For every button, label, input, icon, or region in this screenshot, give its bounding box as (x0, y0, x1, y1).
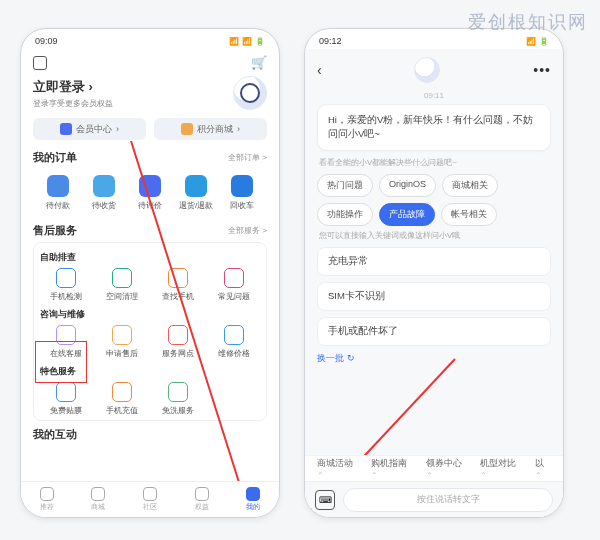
category-chip[interactable]: 功能操作 (317, 203, 373, 226)
category-chip[interactable]: 商城相关 (442, 174, 498, 197)
order-item[interactable]: 待付款 (35, 175, 81, 211)
nav-label: 社区 (143, 502, 157, 512)
order-icon (47, 175, 69, 197)
login-subtitle: 登录享受更多会员权益 (33, 98, 113, 109)
service-label: 申请售后 (106, 348, 138, 359)
service-label: 服务网点 (162, 348, 194, 359)
service-item[interactable]: 服务网点 (150, 325, 206, 359)
nav-icon (143, 487, 157, 501)
category-chip[interactable]: OriginOS (379, 174, 436, 197)
category-chip[interactable]: 帐号相关 (441, 203, 497, 226)
quick-link[interactable]: 购机指南 ⌃ (371, 457, 411, 480)
service-item[interactable]: 免费贴膜 (38, 382, 94, 416)
order-icon (231, 175, 253, 197)
quick-link[interactable]: 机型对比 ⌃ (480, 457, 520, 480)
back-button[interactable]: ‹ (317, 62, 322, 78)
quick-link[interactable]: 商城活动 ⌃ (317, 457, 357, 480)
bottom-nav-item[interactable]: 推荐 (40, 487, 54, 512)
points-mall-pill[interactable]: 积分商城 › (154, 118, 267, 140)
status-icons: 📶 🔋 (526, 37, 549, 46)
nav-label: 商城 (91, 502, 105, 512)
service-label: 免费贴膜 (50, 405, 82, 416)
capability-hint: 看看全能的小V都能解决些什么问题吧~ (319, 157, 551, 168)
category-chip[interactable]: 产品故障 (379, 203, 435, 226)
suggested-question[interactable]: SIM卡不识别 (317, 282, 551, 311)
service-item[interactable]: 查找手机 (150, 268, 206, 302)
service-item[interactable]: 维修价格 (206, 325, 262, 359)
service-label: 常见问题 (218, 291, 250, 302)
wifi-icon: 📶 (242, 37, 252, 46)
bottom-nav-item[interactable]: 我的 (246, 487, 260, 512)
quick-link[interactable]: 领券中心 ⌃ (426, 457, 466, 480)
refresh-questions[interactable]: 换一批 ↻ (317, 352, 551, 365)
battery-icon: 🔋 (539, 37, 549, 46)
status-time: 09:09 (35, 36, 58, 46)
service-icon (56, 382, 76, 402)
service-item[interactable]: 手机检测 (38, 268, 94, 302)
avatar[interactable] (233, 76, 267, 110)
suggested-question[interactable]: 手机或配件坏了 (317, 317, 551, 346)
bottom-nav-item[interactable]: 社区 (143, 487, 157, 512)
service-item[interactable]: 手机充值 (94, 382, 150, 416)
order-label: 待评价 (138, 200, 162, 211)
more-menu-icon[interactable]: ••• (533, 62, 551, 78)
cart-icon[interactable]: 🛒 (251, 55, 267, 70)
points-icon (181, 123, 193, 135)
order-label: 待付款 (46, 200, 70, 211)
voice-input-bar[interactable]: 按住说话转文字 (343, 488, 553, 512)
service-label: 手机充值 (106, 405, 138, 416)
consult-title: 咨询与维修 (40, 308, 262, 321)
nav-label: 推荐 (40, 502, 54, 512)
statusbar: 09:12 📶 🔋 (305, 29, 563, 49)
wifi-icon: 📶 (526, 37, 536, 46)
service-item[interactable]: 空间清理 (94, 268, 150, 302)
service-icon (112, 382, 132, 402)
order-item[interactable]: 待评价 (127, 175, 173, 211)
member-center-pill[interactable]: 会员中心 › (33, 118, 146, 140)
nav-label: 我的 (246, 502, 260, 512)
order-item[interactable]: 待收货 (81, 175, 127, 211)
order-item[interactable]: 回收车 (219, 175, 265, 211)
statusbar: 09:09 📶 📶 🔋 (21, 29, 279, 49)
bottom-nav-item[interactable]: 权益 (195, 487, 209, 512)
service-icon (56, 268, 76, 288)
service-label: 维修价格 (218, 348, 250, 359)
quick-link[interactable]: 以 ⌃ (535, 457, 551, 480)
input-hint: 您可以直接输入关键词或像这样问小V哦 (319, 230, 551, 241)
category-chip[interactable]: 热门问题 (317, 174, 373, 197)
orders-more[interactable]: 全部订单 > (228, 152, 267, 163)
service-card: 自助排查 手机检测空间清理查找手机常见问题 咨询与维修 在线客服申请售后服务网点… (33, 242, 267, 421)
aftersales-more[interactable]: 全部服务 > (228, 225, 267, 236)
order-item[interactable]: 退货/退款 (173, 175, 219, 211)
phone-right: 09:12 📶 🔋 ‹ ••• 09:11 Hi，亲爱的V粉，新年快乐！有什么问… (304, 28, 564, 518)
service-item[interactable]: 免洗服务 (150, 382, 206, 416)
member-icon (60, 123, 72, 135)
order-icon (185, 175, 207, 197)
service-icon (112, 268, 132, 288)
annotation-highlight-box (35, 341, 87, 383)
service-label: 空间清理 (106, 291, 138, 302)
aftersales-title: 售后服务 (33, 223, 77, 238)
service-icon (168, 268, 188, 288)
service-icon (112, 325, 132, 345)
nav-label: 权益 (195, 502, 209, 512)
signal-icon: 📶 (229, 37, 239, 46)
order-label: 待收货 (92, 200, 116, 211)
bottom-nav-item[interactable]: 商城 (91, 487, 105, 512)
nav-icon (40, 487, 54, 501)
login-button[interactable]: 立即登录 › (33, 78, 113, 96)
bot-avatar[interactable] (414, 57, 440, 83)
service-label: 查找手机 (162, 291, 194, 302)
service-item[interactable]: 申请售后 (94, 325, 150, 359)
interact-title: 我的互动 (33, 427, 77, 442)
service-item[interactable]: 常见问题 (206, 268, 262, 302)
service-icon (224, 325, 244, 345)
suggested-question[interactable]: 充电异常 (317, 247, 551, 276)
battery-icon: 🔋 (255, 37, 265, 46)
order-icon (93, 175, 115, 197)
keyboard-toggle-icon[interactable]: ⌨ (315, 490, 335, 510)
nav-icon (195, 487, 209, 501)
settings-icon[interactable] (33, 56, 47, 70)
status-icons: 📶 📶 🔋 (229, 37, 265, 46)
chat-timestamp: 09:11 (317, 91, 551, 100)
